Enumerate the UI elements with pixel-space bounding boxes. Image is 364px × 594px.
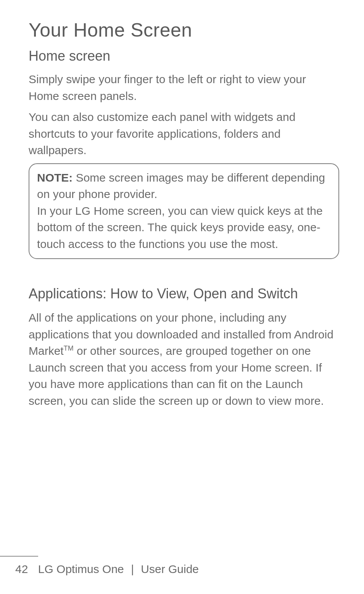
note-text: Some screen images may be different depe…: [37, 171, 325, 201]
body-paragraph: All of the applications on your phone, i…: [29, 309, 339, 409]
section-heading-applications: Applications: How to View, Open and Swit…: [29, 286, 339, 302]
note-label: NOTE:: [37, 171, 72, 184]
body-paragraph: You can also customize each panel with w…: [29, 109, 339, 159]
separator: |: [131, 563, 134, 575]
section-heading-home-screen: Home screen: [29, 48, 339, 64]
footer-divider: [0, 556, 38, 557]
page-number: 42: [15, 563, 28, 576]
body-paragraph: Simply swipe your finger to the left or …: [29, 71, 339, 104]
product-name: LG Optimus One: [38, 563, 124, 575]
note-box: NOTE: Some screen images may be differen…: [29, 163, 339, 259]
document-type: User Guide: [141, 563, 199, 575]
trademark-symbol: TM: [64, 344, 74, 352]
page-footer: 42 LG Optimus One | User Guide: [0, 556, 364, 576]
note-paragraph: In your LG Home screen, you can view qui…: [37, 203, 331, 253]
footer-text: 42 LG Optimus One | User Guide: [0, 563, 364, 576]
body-text-span: or other sources, are grouped together o…: [29, 344, 324, 407]
page-title: Your Home Screen: [29, 19, 339, 41]
note-paragraph: NOTE: Some screen images may be differen…: [37, 169, 331, 203]
